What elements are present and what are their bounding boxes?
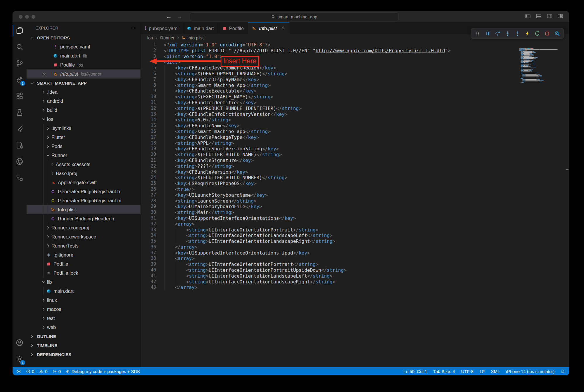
code-line[interactable]: 4<dict> [141,59,569,65]
tab-info-plist[interactable]: Info.plist [248,22,289,34]
code-line[interactable]: 15 <key>CFBundleName</key> [141,123,569,129]
tree-item-symlinks[interactable]: .symlinks [27,124,141,133]
activity-github[interactable] [13,153,27,170]
activity-settings[interactable]: 1 [13,351,27,367]
code-line[interactable]: 34 <string>UIInterfaceOrientationLandsca… [141,233,569,238]
tree-item-appdelegate-swift[interactable]: AppDelegate.swift [27,178,141,187]
close-button[interactable] [19,15,22,19]
section-open-editors[interactable]: OPEN EDITORS [27,33,141,42]
code-line[interactable]: 21 <key>CFBundleSignature</key> [141,158,569,163]
tree-item-podfile-lock[interactable]: ≡Podfile.lock [27,269,141,278]
tree-item-main-dart[interactable]: main.dart [27,287,141,296]
tree-item-ios[interactable]: ios [27,115,141,124]
tree-item-generatedpluginregistrant-h[interactable]: CGeneratedPluginRegistrant.h [27,187,141,196]
activity-source-control[interactable] [13,55,27,72]
code-line[interactable]: 25 <key>LSRequiresIPhoneOS</key> [141,181,569,187]
step-into-button[interactable] [503,29,512,38]
tree-item-runner-bridging-header-h[interactable]: CRunner-Bridging-Header.h [27,214,141,223]
code-line[interactable]: 30 <string>Main</string> [141,210,569,215]
code-line[interactable]: 10 <string>$(EXECUTABLE_NAME)</string> [141,94,569,100]
code-line[interactable]: 3<plist version="1.0"> [141,54,569,60]
code-editor[interactable]: 1<?xml version="1.0" encoding="UTF-8"?>2… [141,41,569,367]
activity-extensions[interactable] [13,88,27,104]
activity-references[interactable] [13,170,27,186]
activity-flutter[interactable] [13,121,27,137]
activity-explorer[interactable] [13,22,27,39]
code-line[interactable]: 16 <string>smart_machine_app</string> [141,129,569,135]
notifications-bell[interactable] [561,369,565,374]
errors-indicator[interactable]: 0 [26,369,34,374]
tab-main-dart[interactable]: main.dart [183,22,218,34]
code-line[interactable]: 20 <string>$(FLUTTER_BUILD_NAME)</string… [141,152,569,158]
code-line[interactable]: 36 </array> [141,244,569,250]
code-line[interactable]: 42 <string>UIInterfaceOrientationLandsca… [141,279,569,285]
customize-layout-icon[interactable] [557,13,563,20]
code-line[interactable]: 9 <key>CFBundleExecutable</key> [141,88,569,94]
toggle-panel-icon[interactable] [536,13,542,20]
tree-item-idea[interactable]: .idea [27,88,141,97]
tree-item-pods[interactable]: Pods [27,142,141,151]
code-line[interactable]: 12 <string>$(PRODUCT_BUNDLE_IDENTIFIER)<… [141,106,569,111]
encoding-indicator[interactable]: UTF-8 [461,369,474,374]
restart-button[interactable] [533,29,542,38]
section-timeline[interactable]: TIMELINE [27,341,141,350]
code-line[interactable]: 28 <string>LaunchScreen</string> [141,198,569,204]
tree-item-lib[interactable]: lib [27,278,141,287]
section-outline[interactable]: OUTLINE [27,332,141,341]
code-line[interactable]: 33 <string>UIInterfaceOrientationPortrai… [141,227,569,233]
close-icon[interactable] [281,26,285,30]
open-editor-pubspec-yaml[interactable]: !pubspec.yaml [27,42,141,51]
zoom-button[interactable] [32,15,35,19]
tree-item-android[interactable]: android [27,97,141,106]
tree-item-build[interactable]: build [27,106,141,115]
code-line[interactable]: 22 <string>????</string> [141,163,569,169]
section-project[interactable]: SMART_MACHINE_APP [27,79,141,88]
code-line[interactable]: 8 <string>Smart Machine App</string> [141,83,569,88]
stop-button[interactable] [543,29,552,38]
tree-item-base-lproj[interactable]: Base.lproj [27,169,141,178]
command-center[interactable]: smart_machine_app [190,12,398,21]
code-line[interactable]: 24 <string>$(FLUTTER_BUILD_NUMBER)</stri… [141,175,569,181]
tree-item-gitignore[interactable]: .gitignore [27,250,141,259]
activity-accounts[interactable] [13,334,27,351]
code-line[interactable]: 38 <array> [141,256,569,262]
code-line[interactable]: 31 <key>UISupportedInterfaceOrientations… [141,215,569,221]
code-line[interactable]: 27 <key>UILaunchStoryboardName</key> [141,192,569,198]
activity-project-config[interactable] [13,137,27,153]
tab-pubspec-yaml[interactable]: !pubspec.yaml [141,22,183,34]
activity-search[interactable] [13,39,27,55]
code-line[interactable]: 14 <string>6.0</string> [141,117,569,123]
tree-item-podfile[interactable]: Podfile [27,259,141,269]
open-editor-main-dart[interactable]: main.dartlib [27,51,141,60]
eol-indicator[interactable]: LF [480,369,485,374]
tab-size-indicator[interactable]: Tab Size: 4 [433,369,455,374]
code-line[interactable]: 26 <true/> [141,187,569,192]
code-line[interactable]: 2<!DOCTYPE plist PUBLIC "-//Apple//DTD P… [141,48,569,54]
tree-item-assets-xcassets[interactable]: Assets.xcassets [27,160,141,169]
tree-item-info-plist[interactable]: Info.plist [27,205,141,214]
minimize-button[interactable] [25,15,29,19]
code-line[interactable]: 43 </array> [141,285,569,290]
toggle-primary-sidebar-icon[interactable] [525,13,531,20]
code-line[interactable]: 5 <key>CFBundleDevelopmentRegion</key> [141,65,569,71]
open-editor-podfile[interactable]: Podfileios [27,60,141,69]
code-line[interactable]: 32 <array> [141,221,569,227]
tree-item-flutter[interactable]: Flutter [27,133,141,142]
code-line[interactable]: 41 <string>UIInterfaceOrientationLandsca… [141,273,569,279]
code-line[interactable]: 17 <key>CFBundlePackageType</key> [141,135,569,140]
code-line[interactable]: 29 <key>UIMainStoryboardFile</key> [141,204,569,210]
code-line[interactable]: 11 <key>CFBundleIdentifier</key> [141,100,569,106]
tree-item-runner-xcworkspace[interactable]: Runner.xcworkspace [27,232,141,241]
ports-indicator[interactable]: 0 [53,369,61,374]
bolt-button[interactable] [523,29,532,38]
code-line[interactable]: 39 <string>UIInterfaceOrientationPortrai… [141,262,569,267]
tree-item-generatedpluginregistrant-m[interactable]: CGeneratedPluginRegistrant.m [27,196,141,205]
device-indicator[interactable]: iPhone 14 (ios simulator) [506,369,554,374]
tree-item-linux[interactable]: linux [27,296,141,305]
breadcrumb-item-ios[interactable]: ios [147,35,153,40]
code-line[interactable]: 13 <key>CFBundleInfoDictionaryVersion</k… [141,111,569,117]
activity-run-and-debug[interactable]: 1 [13,72,27,88]
breadcrumb-item-info-plist[interactable]: Info.plist [182,35,204,40]
devtools-button[interactable] [553,29,562,38]
debug-config-indicator[interactable]: Debug my code + packages + SDK [66,369,140,374]
